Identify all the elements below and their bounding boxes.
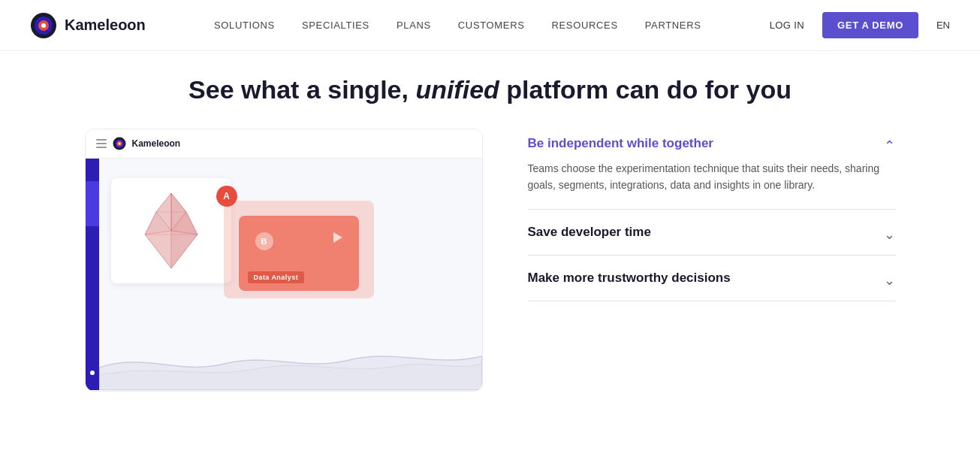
- language-selector[interactable]: EN: [936, 20, 950, 31]
- accordion-item-trustworthy: Make more trustworthy decisions ⌄: [528, 256, 896, 301]
- header-actions: LOG IN GET A DEMO EN: [770, 12, 950, 38]
- hero-title: See what a single, unified platform can …: [188, 75, 792, 104]
- chevron-down-icon: ⌄: [884, 226, 896, 238]
- nav-plans[interactable]: PLANS: [397, 20, 431, 31]
- accordion-title-trustworthy: Make more trustworthy decisions: [528, 271, 731, 286]
- variant-b-card: B Data Analyst: [224, 201, 374, 298]
- play-icon: [333, 232, 342, 243]
- data-analyst-label: Data Analyst: [248, 271, 305, 283]
- accordion-panel: Be independent while together ⌃ Teams ch…: [528, 129, 896, 392]
- accordion-item-independent: Be independent while together ⌃ Teams ch…: [528, 136, 896, 210]
- nav-customers[interactable]: CUSTOMERS: [458, 20, 525, 31]
- hero-title-pre: See what a single,: [188, 75, 415, 104]
- variant-a-card: [111, 178, 231, 283]
- sidebar-strip: [86, 159, 99, 390]
- badge-a: A: [216, 186, 237, 207]
- accordion-body-independent: Teams choose the experimentation techniq…: [528, 160, 896, 194]
- logo[interactable]: Kameleoon: [30, 12, 146, 39]
- ab-container: A B Data Analyst: [111, 178, 397, 306]
- accordion-header-independent[interactable]: Be independent while together ⌃: [528, 136, 896, 151]
- accordion-header-developer[interactable]: Save developer time ⌄: [528, 225, 896, 240]
- header: Kameleoon SOLUTIONS SPECIALTIES PLANS CU…: [0, 0, 980, 51]
- hamburger-icon: [96, 139, 107, 148]
- accordion-item-developer: Save developer time ⌄: [528, 210, 896, 256]
- hero-title-post: platform can do for you: [499, 75, 792, 104]
- wave-chart: [99, 315, 482, 390]
- mini-logo-text: Kameleoon: [132, 138, 181, 149]
- svg-point-7: [118, 143, 120, 145]
- svg-point-3: [41, 23, 46, 28]
- demo-button[interactable]: GET A DEMO: [822, 12, 918, 38]
- illustration-header: Kameleoon: [86, 129, 482, 159]
- hero-title-italic: unified: [415, 75, 499, 104]
- accordion-title-developer: Save developer time: [528, 225, 651, 240]
- content-canvas: A B Data Analyst: [99, 159, 482, 390]
- main-nav: SOLUTIONS SPECIALTIES PLANS CUSTOMERS RE…: [214, 20, 701, 31]
- content-area: Kameleoon: [40, 129, 941, 392]
- main-content: See what a single, unified platform can …: [0, 51, 980, 392]
- illustration-body: A B Data Analyst: [86, 159, 482, 390]
- nav-solutions[interactable]: SOLUTIONS: [214, 20, 275, 31]
- chevron-down-icon-2: ⌄: [884, 272, 896, 284]
- nav-specialties[interactable]: SPECIALTIES: [302, 20, 369, 31]
- nav-partners[interactable]: PARTNERS: [645, 20, 701, 31]
- badge-b: B: [255, 232, 273, 250]
- sidebar-dot: [90, 371, 95, 375]
- sidebar-accent: [86, 181, 99, 226]
- login-button[interactable]: LOG IN: [770, 20, 804, 31]
- nav-resources[interactable]: RESOURCES: [552, 20, 618, 31]
- svg-marker-14: [171, 231, 198, 268]
- logo-text: Kameleoon: [65, 17, 146, 34]
- accordion-title-independent: Be independent while together: [528, 136, 713, 151]
- crystal-icon: [134, 189, 209, 272]
- b-card-main: B Data Analyst: [239, 216, 359, 291]
- accordion-header-trustworthy[interactable]: Make more trustworthy decisions ⌄: [528, 271, 896, 286]
- svg-marker-13: [145, 231, 171, 268]
- mini-logo-icon: [113, 137, 126, 150]
- chevron-up-icon: ⌃: [884, 138, 896, 150]
- logo-icon: [30, 12, 57, 39]
- illustration-panel: Kameleoon: [85, 129, 483, 392]
